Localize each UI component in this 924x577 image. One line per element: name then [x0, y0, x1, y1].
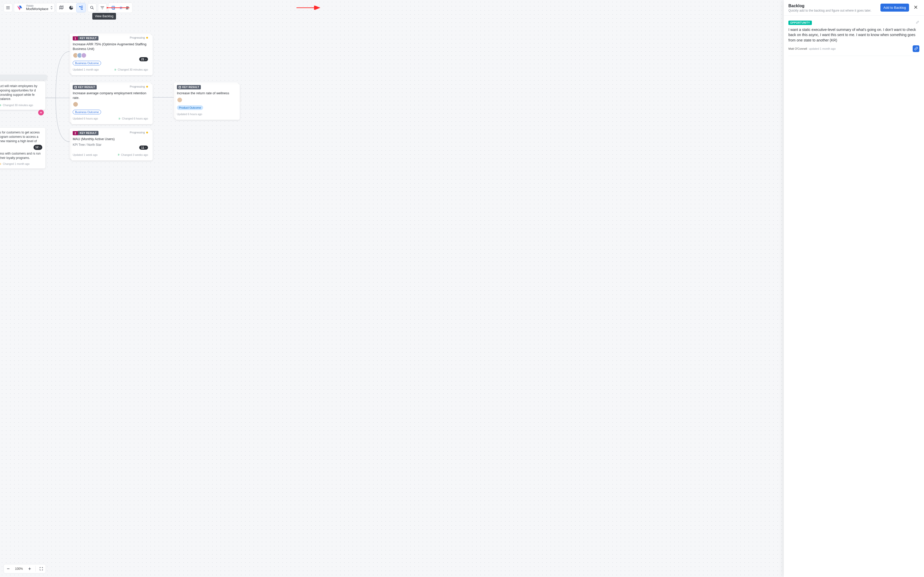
backlog-item-updated: updated 1 month ago: [809, 47, 835, 50]
close-panel-button[interactable]: [912, 3, 919, 11]
kr-card-4-title: MAU (Monthly Active Users): [73, 137, 148, 142]
backlog-item[interactable]: OPPORTUNITY I want a static executive-le…: [788, 19, 919, 56]
share-users-button[interactable]: [124, 3, 131, 12]
backlog-panel-header: Backlog Quickly add to the backlog and f…: [784, 0, 924, 16]
svg-point-7: [128, 6, 129, 8]
svg-point-4: [90, 6, 93, 8]
kr-card-1-changed: Changed 30 minutes ago: [118, 68, 148, 71]
workspace-name: ModWorkplace: [26, 7, 48, 11]
zoom-in-button[interactable]: [26, 565, 33, 572]
kr-card-3-tag: Product Outcome: [177, 105, 203, 110]
fit-screen-button[interactable]: [38, 565, 45, 572]
avatar: [73, 102, 78, 107]
backlog-count-badge: 2: [119, 6, 123, 10]
kr-card-2-avatars: [73, 102, 148, 107]
link-backlog-item-button[interactable]: [913, 45, 919, 52]
partial-card-1-changed: Changed 30 minutes ago: [3, 103, 33, 107]
kr-card-4-status: Progressing: [130, 131, 145, 134]
avatar: [177, 97, 183, 103]
backlog-group: 2: [108, 3, 132, 13]
kr-card-2[interactable]: KEY RESULT Progressing Increase average …: [69, 82, 151, 122]
backlog-item-author: Matt O'Connell: [788, 47, 807, 50]
tree-view-button[interactable]: [77, 3, 85, 12]
zoom-out-button[interactable]: [5, 565, 12, 572]
view-mode-group: [56, 3, 86, 13]
kr-card-4[interactable]: 2 KEY RESULT Progressing MAU (Monthly Ac…: [69, 128, 151, 159]
svg-rect-3: [81, 9, 83, 10]
kr-card-1-status: Progressing: [130, 36, 145, 39]
backlog-panel-body: OPPORTUNITY I want a static executive-le…: [784, 16, 924, 59]
backlog-title: Backlog: [788, 3, 877, 8]
edit-backlog-item-button[interactable]: [916, 20, 919, 25]
status-dot-icon: [146, 132, 148, 134]
kr-card-1-updated: Updated 1 month ago: [73, 68, 99, 71]
partial-card-2-changed: Changed 1 month ago: [3, 162, 30, 166]
workspace-selector[interactable]: Vistaly ModWorkplace: [14, 3, 55, 12]
svg-rect-1: [81, 6, 83, 7]
zoom-controls: 100%: [3, 564, 46, 574]
view-backlog-tooltip: View Backlog: [92, 13, 116, 19]
vistaly-logo: [15, 3, 24, 12]
kr-card-2-changed: Changed 6 hours ago: [122, 117, 148, 120]
top-toolbar: Vistaly ModWorkplace 2: [3, 3, 132, 13]
backlog-item-text: I want a static executive-level summary …: [788, 27, 919, 43]
kr-card-2-title: Increase average company employment rete…: [73, 91, 148, 100]
kr-card-4-changed: Changed 3 weeks ago: [121, 153, 148, 156]
kr-card-4-updated: Updated 1 week ago: [73, 153, 97, 156]
kr-card-1-avatars: [73, 53, 148, 58]
kr-card-3-updated: Updated 6 hours ago: [177, 113, 202, 116]
backlog-panel: Backlog Quickly add to the backlog and f…: [784, 0, 924, 577]
search-button[interactable]: [88, 3, 97, 12]
partial-card-1[interactable]: uct will retain employees by xposing opp…: [0, 81, 45, 110]
partial-card-2-text2: ess with customers and rs run their loya…: [0, 152, 42, 160]
kr-card-4-subtitle: KPI Tree / North Star: [73, 143, 148, 147]
svg-rect-2: [81, 8, 83, 8]
kr-card-1-title: Increase ARR 75% (Optimize Augmented Sta…: [73, 42, 148, 51]
partial-card-2-count-pill: 12›: [34, 145, 42, 150]
kr-card-1-label: KEY RESULT: [78, 36, 98, 40]
add-child-button[interactable]: [38, 110, 44, 115]
kr-card-2-updated: Updated 6 hours ago: [73, 117, 98, 120]
kr-card-3-label: KEY RESULT: [177, 85, 201, 89]
kr-card-1-tag: Business Outcome: [73, 61, 101, 65]
kr-card-4-label: KEY RESULT: [78, 131, 98, 135]
status-dot-icon: [146, 86, 148, 88]
filter-button[interactable]: [98, 3, 107, 12]
menu-button[interactable]: [3, 3, 12, 12]
kr-card-3-avatars: [177, 97, 235, 103]
backlog-subtitle: Quickly add to the backlog and figure ou…: [788, 9, 877, 12]
kr-card-1-num: 1: [73, 36, 78, 40]
status-dot-icon: [146, 37, 148, 39]
opportunity-tag: OPPORTUNITY: [788, 21, 812, 25]
partial-card-2-text: s for customers to get access ogram usto…: [0, 131, 42, 143]
avatar: [81, 53, 87, 58]
kr-card-1-count-pill[interactable]: 21›: [139, 57, 148, 61]
kr-card-1[interactable]: 1 KEY RESULT Progressing Increase ARR 75…: [69, 34, 151, 74]
add-to-backlog-button[interactable]: Add to Backlog: [880, 3, 909, 11]
map-view-button[interactable]: [57, 3, 66, 12]
svg-point-6: [126, 6, 128, 8]
pie-view-button[interactable]: [67, 3, 76, 12]
kr-card-2-label: KEY RESULT: [73, 85, 97, 89]
kr-card-4-count-pill[interactable]: 11›: [139, 145, 148, 150]
svg-rect-0: [79, 6, 81, 7]
kr-card-2-status: Progressing: [130, 85, 145, 88]
view-backlog-button[interactable]: [109, 4, 118, 11]
kr-card-2-tag: Business Outcome: [73, 110, 101, 114]
chevron-updown-icon: [50, 6, 53, 10]
zoom-level: 100%: [13, 567, 24, 571]
partial-card-1-text: uct will retain employees by xposing opp…: [0, 84, 42, 101]
kr-card-3[interactable]: KEY RESULT Increase the return rate of w…: [174, 82, 238, 118]
partial-card-2[interactable]: s for customers to get access ogram usto…: [0, 128, 45, 168]
kr-card-4-num: 2: [73, 131, 78, 135]
partial-card-1-shadow: [0, 75, 47, 80]
kr-card-3-title: Increase the return rate of wellness: [177, 91, 235, 95]
